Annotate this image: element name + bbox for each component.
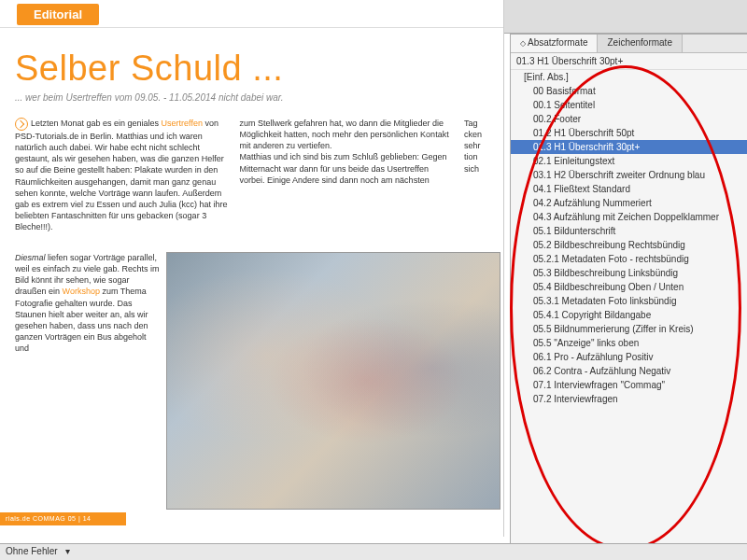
status-bar: Ohne Fehler▾ — [0, 543, 747, 560]
link-usertreffen[interactable]: Usertreffen — [162, 119, 203, 128]
body-text: Letzten Monat gab es ein geniales — [31, 119, 162, 128]
app-chrome — [504, 0, 747, 34]
wrap-column[interactable]: Diesmal liefen sogar Vorträge parallel, … — [15, 252, 160, 354]
style-item[interactable]: 04.3 Aufzählung mit Zeichen Doppelklamme… — [511, 210, 747, 224]
style-item[interactable]: 01.3 H1 Überschrift 30pt+ — [511, 140, 747, 154]
style-item[interactable]: 05.5 "Anzeige" links oben — [511, 336, 747, 350]
sort-icon: ◇ — [520, 39, 526, 48]
article-photo[interactable] — [166, 252, 500, 510]
link-workshop[interactable]: Workshop — [63, 287, 100, 296]
body-text-italic: Diesmal — [15, 253, 46, 262]
style-item[interactable]: 05.3 Bildbeschreibung Linksbündig — [511, 266, 747, 280]
style-item[interactable]: 05.4 Bildbeschreibung Oben / Unten — [511, 280, 747, 294]
body-text: von PSD-Tutorials.de in Berlin. Matthias… — [15, 119, 228, 231]
tab-zeichenformate[interactable]: Zeichenformate — [598, 35, 682, 52]
style-item[interactable]: 05.5 Bildnummerierung (Ziffer in Kreis) — [511, 322, 747, 336]
current-style-display: 01.3 H1 Überschrift 30pt+ — [511, 53, 747, 70]
status-errors[interactable]: Ohne Fehler — [6, 546, 58, 556]
style-list[interactable]: [Einf. Abs.]00 Basisformat00.1 Seitentit… — [511, 70, 747, 555]
page-footer: rials.de COMMAG 05 | 14 — [0, 512, 126, 525]
body-text: Tag cken sehr tion sich — [464, 119, 482, 174]
panel-tabs: ◇Absatzformate Zeichenformate — [511, 35, 747, 53]
document-page: Editorial Selber Schuld ... ... wer beim… — [0, 0, 504, 537]
paragraph-styles-panel: ◇Absatzformate Zeichenformate 01.3 H1 Üb… — [510, 34, 747, 558]
tab-absatzformate[interactable]: ◇Absatzformate — [511, 35, 598, 52]
style-item[interactable]: 05.4.1 Copyright Bildangabe — [511, 308, 747, 322]
tab-label: Absatzformate — [528, 37, 587, 48]
rule — [0, 27, 503, 28]
page-headline[interactable]: Selber Schuld ... — [15, 49, 503, 89]
column-2[interactable]: zum Stellwerk gefahren hat, wo dann die … — [240, 118, 456, 232]
style-item[interactable]: 04.2 Aufzählung Nummeriert — [511, 196, 747, 210]
style-item[interactable]: 04.1 Fließtext Standard — [511, 182, 747, 196]
style-item[interactable]: 00.2 Footer — [511, 112, 747, 126]
column-1[interactable]: Letzten Monat gab es ein geniales Usertr… — [15, 118, 231, 232]
style-item[interactable]: 05.2.1 Metadaten Foto - rechtsbündig — [511, 252, 747, 266]
style-item[interactable]: 00 Basisformat — [511, 84, 747, 98]
body-text: zum Stellwerk gefahren hat, wo dann die … — [240, 119, 449, 185]
globe-icon — [15, 118, 28, 131]
style-item[interactable]: 05.3.1 Metadaten Foto linksbündig — [511, 294, 747, 308]
body-columns: Letzten Monat gab es ein geniales Usertr… — [15, 118, 488, 232]
style-item[interactable]: 05.2 Bildbeschreibung Rechtsbündig — [511, 238, 747, 252]
dropdown-icon[interactable]: ▾ — [65, 546, 70, 556]
style-item[interactable]: 03.1 H2 Überschrift zweiter Ordnung blau — [511, 168, 747, 182]
body-text: zum Thema Fotografie gehalten wurde. Das… — [15, 287, 148, 353]
style-item[interactable]: 05.1 Bildunterschrift — [511, 224, 747, 238]
style-item[interactable]: 07.2 Interviewfragen — [511, 392, 747, 406]
column-3[interactable]: Tag cken sehr tion sich — [464, 118, 488, 232]
style-item[interactable]: 06.2 Contra - Aufzählung Negativ — [511, 364, 747, 378]
style-item[interactable]: 07.1 Interviewfragen "Commag" — [511, 378, 747, 392]
style-item[interactable]: 01.2 H1 Überschrift 50pt — [511, 126, 747, 140]
style-item[interactable]: 00.1 Seitentitel — [511, 98, 747, 112]
section-tab: Editorial — [17, 4, 99, 25]
style-item[interactable]: 06.1 Pro - Aufzählung Positiv — [511, 350, 747, 364]
style-item[interactable]: [Einf. Abs.] — [511, 70, 747, 84]
page-subhead[interactable]: ... wer beim Usertreffen vom 09.05. - 11… — [15, 92, 503, 103]
style-item[interactable]: 02.1 Einleitungstext — [511, 154, 747, 168]
